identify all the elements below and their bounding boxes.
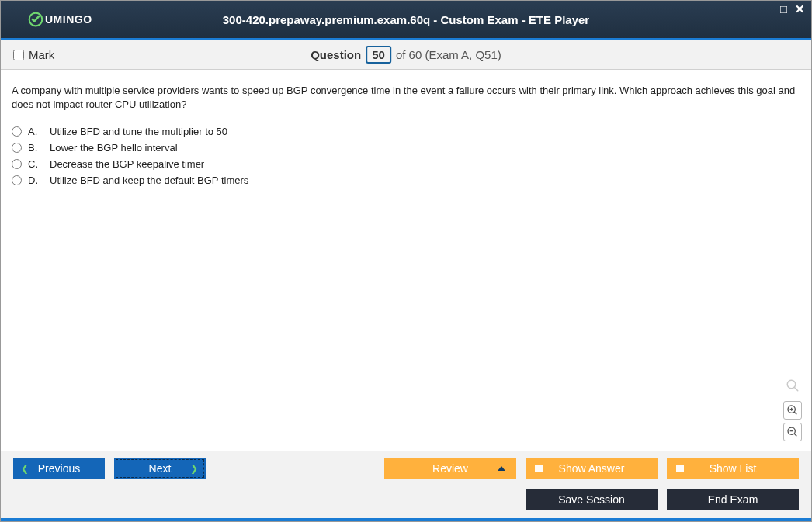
option-letter: C. — [28, 158, 43, 170]
zoom-out-icon[interactable] — [783, 423, 802, 441]
option-letter: B. — [28, 142, 43, 154]
mark-label: Mark — [29, 48, 54, 61]
checkbox-icon — [535, 465, 543, 472]
svg-line-8 — [794, 434, 796, 436]
review-label: Review — [432, 462, 468, 475]
option-row[interactable]: D. Utilize BFD and keep the default BGP … — [12, 172, 800, 188]
option-radio-c[interactable] — [12, 159, 22, 169]
checkbox-icon — [676, 465, 684, 472]
question-number: 50 — [366, 46, 391, 64]
previous-button[interactable]: ❮ Previous — [13, 458, 105, 479]
svg-line-2 — [794, 387, 798, 391]
brand-text: UMINGO — [45, 13, 92, 26]
close-icon[interactable]: ✕ — [793, 3, 807, 15]
triangle-up-icon — [498, 466, 505, 471]
show-answer-button[interactable]: Show Answer — [526, 458, 658, 479]
show-list-button[interactable]: Show List — [667, 458, 799, 479]
option-letter: A. — [28, 126, 43, 137]
option-text: Decrease the BGP keepalive timer — [50, 158, 204, 170]
next-label: Next — [149, 462, 172, 475]
bottom-accent — [1, 518, 811, 521]
option-row[interactable]: C. Decrease the BGP keepalive timer — [12, 156, 800, 172]
review-button[interactable]: Review — [384, 458, 516, 479]
question-of-text: of 60 (Exam A, Q51) — [396, 48, 501, 61]
option-radio-d[interactable] — [12, 175, 22, 185]
question-word: Question — [311, 48, 361, 61]
mark-checkbox[interactable] — [13, 50, 24, 60]
option-text: Utilize BFD and keep the default BGP tim… — [50, 175, 248, 186]
option-row[interactable]: A. Utilize BFD and tune the multiplier t… — [12, 123, 800, 140]
question-header: Mark Question 50 of 60 (Exam A, Q51) — [1, 40, 811, 70]
next-button[interactable]: Next ❯ — [114, 458, 206, 479]
zoom-tools — [783, 376, 802, 441]
mark-checkbox-group[interactable]: Mark — [13, 48, 54, 61]
option-row[interactable]: B. Lower the BGP hello interval — [12, 140, 800, 156]
zoom-in-icon[interactable] — [783, 401, 802, 420]
chevron-left-icon: ❮ — [21, 463, 29, 474]
checkmark-icon — [28, 12, 43, 27]
window-title: 300-420.prepaway.premium.exam.60q - Cust… — [223, 13, 589, 26]
save-session-button[interactable]: Save Session — [526, 489, 658, 510]
titlebar: UMINGO 300-420.prepaway.premium.exam.60q… — [1, 1, 811, 38]
previous-label: Previous — [38, 462, 80, 475]
question-meta: Question 50 of 60 (Exam A, Q51) — [311, 46, 501, 64]
show-list-label: Show List — [710, 462, 757, 475]
content-area: A company with multiple service provider… — [1, 70, 811, 451]
maximize-icon[interactable]: □ — [779, 3, 789, 15]
question-text: A company with multiple service provider… — [12, 84, 800, 111]
option-radio-b[interactable] — [12, 143, 22, 153]
footer-row-2: Save Session End Exam — [1, 486, 811, 518]
search-icon[interactable] — [783, 376, 802, 395]
svg-line-4 — [794, 412, 796, 414]
logo: UMINGO — [28, 12, 92, 27]
chevron-right-icon: ❯ — [190, 463, 198, 474]
footer-row-1: ❮ Previous Next ❯ Review Show Answer Sho… — [1, 451, 811, 486]
option-text: Lower the BGP hello interval — [50, 142, 178, 154]
minimize-icon[interactable]: _ — [765, 1, 774, 12]
options-list: A. Utilize BFD and tune the multiplier t… — [12, 123, 800, 188]
show-answer-label: Show Answer — [559, 462, 625, 475]
window-controls: _ □ ✕ — [765, 3, 807, 15]
option-radio-a[interactable] — [12, 126, 22, 137]
option-letter: D. — [28, 175, 43, 186]
end-exam-button[interactable]: End Exam — [667, 489, 799, 510]
footer: ❮ Previous Next ❯ Review Show Answer Sho… — [1, 451, 811, 518]
option-text: Utilize BFD and tune the multiplier to 5… — [50, 126, 227, 137]
